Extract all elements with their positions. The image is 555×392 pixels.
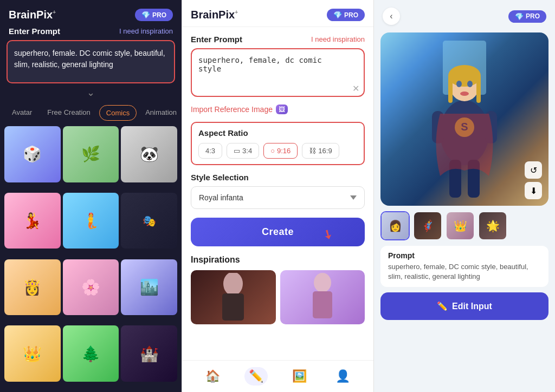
back-icon: ‹ bbox=[390, 11, 392, 21]
svg-point-12 bbox=[456, 81, 462, 87]
grid-item-12[interactable]: 🏰 bbox=[121, 325, 177, 382]
grid-item-10[interactable]: 👑 bbox=[4, 325, 61, 382]
grid-item-7[interactable]: 👸 bbox=[4, 259, 61, 316]
grid-item-9[interactable]: 🏙️ bbox=[121, 259, 177, 316]
aspect-btn-4-3[interactable]: 4:3 bbox=[198, 143, 222, 159]
thumbnail-4[interactable]: 🌟 bbox=[478, 211, 507, 240]
prompt-input-wrap: superhero, female, dc comic style ✕ bbox=[191, 48, 365, 99]
aspect-ratio-box: Aspect Ratio 4:3 ▭ 3:4 ○ 9:16 ⛓ 16:9 bbox=[191, 122, 365, 165]
chain-icon: ⛓ bbox=[309, 147, 316, 155]
grid-item-1[interactable]: 🎲 bbox=[4, 126, 61, 182]
create-button[interactable]: Create ➘ bbox=[191, 218, 365, 246]
aspect-options-row: 4:3 ▭ 3:4 ○ 9:16 ⛓ 16:9 bbox=[198, 143, 357, 159]
left-enter-prompt-row: Enter Prompt I need inspiration bbox=[0, 27, 182, 40]
grid-item-5[interactable]: 🧜 bbox=[63, 193, 119, 249]
mid-pro-badge[interactable]: 💎 PRO bbox=[327, 9, 365, 21]
thumbnails-row: 👩 🦸 👑 🌟 bbox=[374, 206, 555, 246]
diamond-icon: 💎 bbox=[141, 11, 150, 19]
prompt-info-box: Prompt superhero, female, DC comic style… bbox=[380, 246, 548, 287]
left-panel: BrainPix+ 💎 PRO Enter Prompt I need insp… bbox=[0, 0, 182, 392]
thumb-img-4: 🌟 bbox=[479, 212, 506, 239]
edit-icon: ✏️ bbox=[437, 301, 448, 311]
tabs-row: Avatar Free Creation Comics Animation Ho… bbox=[0, 102, 182, 124]
portrait-icon: ▭ bbox=[234, 147, 240, 155]
inspirations-content: Inspirations bbox=[191, 255, 365, 324]
aspect-btn-16-9[interactable]: ⛓ 16:9 bbox=[302, 143, 339, 159]
image-upload-icon: 🖼 bbox=[276, 104, 288, 114]
diamond-icon-right: 💎 bbox=[515, 12, 524, 21]
right-pro-badge[interactable]: 💎 PRO bbox=[508, 10, 546, 23]
left-pro-badge[interactable]: 💎 PRO bbox=[135, 9, 173, 21]
back-button[interactable]: ‹ bbox=[383, 8, 400, 25]
superhero-svg: S bbox=[410, 35, 519, 203]
diamond-icon-mid: 💎 bbox=[333, 11, 342, 19]
aspect-ratio-title: Aspect Ratio bbox=[198, 128, 357, 138]
download-button[interactable]: ⬇ bbox=[525, 182, 542, 199]
edit-input-button[interactable]: ✏️ Edit Input bbox=[380, 292, 548, 320]
prompt-input[interactable]: superhero, female, dc comic style bbox=[191, 48, 365, 97]
mid-inspiration-link[interactable]: I need inspiration bbox=[311, 35, 365, 43]
import-reference-btn[interactable]: Import Reference Image 🖼 bbox=[191, 104, 365, 114]
prompt-section-title: Enter Prompt I need inspiration bbox=[191, 35, 365, 44]
inspiration-card-1[interactable] bbox=[191, 270, 276, 324]
svg-point-2 bbox=[314, 273, 331, 292]
thumbnail-1[interactable]: 👩 bbox=[380, 211, 410, 240]
nav-create-icon[interactable]: ✏️ bbox=[244, 367, 268, 386]
inspirations-grid bbox=[191, 270, 365, 324]
aspect-btn-3-4[interactable]: ▭ 3:4 bbox=[227, 143, 259, 159]
mid-header: BrainPix+ 💎 PRO bbox=[182, 0, 373, 27]
svg-rect-1 bbox=[222, 293, 244, 321]
svg-rect-11 bbox=[476, 76, 481, 103]
download-icon: ⬇ bbox=[530, 186, 537, 196]
thumbnail-3[interactable]: 👑 bbox=[446, 211, 475, 240]
nav-gallery-icon[interactable]: 🖼️ bbox=[288, 367, 311, 386]
main-image-container: S ⬇ bbox=[380, 32, 548, 206]
svg-rect-3 bbox=[313, 291, 332, 318]
tab-avatar[interactable]: Avatar bbox=[5, 105, 38, 121]
grid-item-3[interactable]: 🐼 bbox=[121, 126, 177, 182]
thumb-img-2: 🦸 bbox=[414, 212, 441, 239]
aspect-ratio-section: Aspect Ratio 4:3 ▭ 3:4 ○ 9:16 ⛓ 16:9 Sty… bbox=[182, 116, 373, 255]
grid-item-11[interactable]: 🌲 bbox=[63, 325, 119, 382]
clear-button[interactable]: ✕ bbox=[352, 83, 359, 94]
tab-animation[interactable]: Animation bbox=[139, 105, 182, 121]
right-panel: ‹ 💎 PRO S bbox=[374, 0, 555, 392]
style-selection-section: Style Selection Royal infanta Anime Real… bbox=[191, 173, 365, 209]
grid-item-6[interactable]: 🎭 bbox=[121, 193, 177, 249]
middle-panel: BrainPix+ 💎 PRO Enter Prompt I need insp… bbox=[182, 0, 374, 392]
nav-profile-icon[interactable]: 👤 bbox=[331, 367, 354, 386]
circle-icon: ○ bbox=[270, 147, 275, 155]
thumb-img-1: 👩 bbox=[382, 212, 409, 239]
aspect-btn-9-16[interactable]: ○ 9:16 bbox=[263, 143, 298, 159]
inspiration-card-2[interactable] bbox=[280, 270, 365, 324]
style-select-dropdown[interactable]: Royal infanta Anime Realistic Cartoon Sk… bbox=[191, 186, 365, 209]
arrow-indicator: ➘ bbox=[319, 226, 335, 244]
left-image-grid: 🎲 🌿 🐼 💃 🧜 🎭 👸 🌸 🏙️ 👑 🌲 🏰 bbox=[0, 124, 182, 392]
grid-item-2[interactable]: 🌿 bbox=[63, 126, 119, 182]
left-brand: BrainPix+ bbox=[9, 9, 56, 21]
refresh-button[interactable]: ↺ bbox=[525, 161, 542, 179]
refresh-icon: ↺ bbox=[530, 165, 537, 175]
left-inspiration-link[interactable]: I need inspiration bbox=[119, 27, 173, 35]
bottom-nav: 🏠 ✏️ 🖼️ 👤 bbox=[182, 360, 373, 392]
chevron-down-icon: ⌄ bbox=[0, 83, 182, 102]
right-header: ‹ 💎 PRO bbox=[374, 0, 555, 32]
inspirations-section: Inspirations bbox=[182, 255, 373, 330]
svg-point-9 bbox=[448, 65, 481, 87]
prompt-info-title: Prompt bbox=[388, 251, 541, 260]
thumb-img-3: 👑 bbox=[447, 212, 474, 239]
tab-free-creation[interactable]: Free Creation bbox=[41, 105, 96, 121]
prompt-info-text: superhero, female, DC comic style, beaut… bbox=[388, 262, 541, 282]
svg-rect-10 bbox=[448, 76, 453, 103]
svg-point-13 bbox=[467, 81, 473, 87]
tab-comics[interactable]: Comics bbox=[99, 105, 137, 121]
thumbnail-2[interactable]: 🦸 bbox=[413, 211, 442, 240]
grid-item-4[interactable]: 💃 bbox=[4, 193, 61, 249]
inspirations-title: Inspirations bbox=[191, 255, 365, 265]
svg-point-14 bbox=[460, 92, 469, 96]
left-enter-prompt-label: Enter Prompt bbox=[9, 27, 60, 36]
mid-prompt-section: Enter Prompt I need inspiration superher… bbox=[182, 27, 373, 116]
grid-item-8[interactable]: 🌸 bbox=[63, 259, 119, 316]
nav-home-icon[interactable]: 🏠 bbox=[201, 367, 224, 386]
left-prompt-box: superhero, female. DC comic style, beaut… bbox=[7, 40, 175, 83]
